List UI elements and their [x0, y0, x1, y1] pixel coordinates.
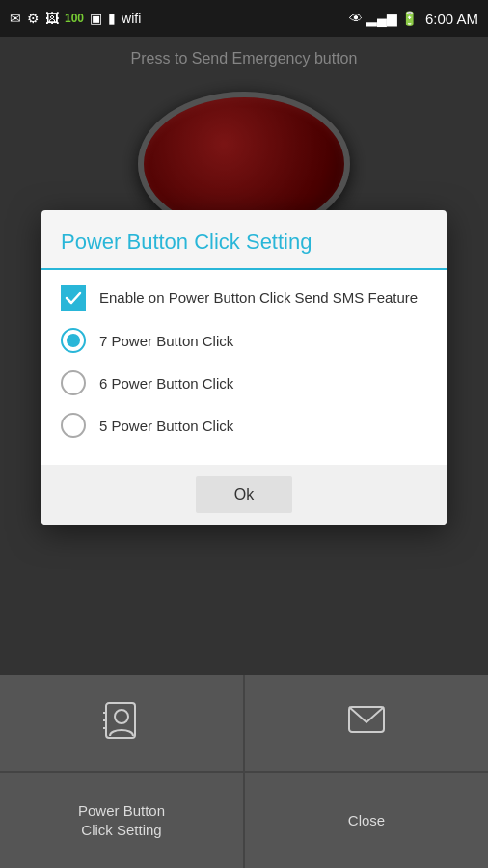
- radio-button-7[interactable]: [61, 328, 86, 353]
- power-setting-label: Power ButtonClick Setting: [78, 801, 165, 839]
- check-icon: [65, 289, 82, 307]
- time-display: 6:00 AM: [425, 11, 478, 27]
- power-button-click-setting-button[interactable]: Power ButtonClick Setting: [0, 773, 243, 868]
- voicemail-icon: ▣: [90, 11, 102, 26]
- radio-label-5: 5 Power Button Click: [99, 418, 233, 434]
- messages-button[interactable]: [245, 675, 488, 771]
- ok-button[interactable]: Ok: [196, 476, 292, 513]
- radio-row-6[interactable]: 6 Power Button Click: [61, 370, 427, 395]
- status-icons-left: ✉ ⚙ 🖼 100 ▣ ▮ wifi: [10, 11, 141, 26]
- usb-status-icon: ⚙: [27, 11, 40, 26]
- radio-button-6[interactable]: [61, 370, 86, 395]
- enable-checkbox[interactable]: [61, 285, 86, 311]
- image-status-icon: 🖼: [45, 11, 59, 26]
- eye-icon: 👁: [349, 11, 363, 26]
- dialog-footer: Ok: [41, 465, 447, 525]
- dialog-body: Enable on Power Button Click Send SMS Fe…: [41, 270, 447, 465]
- radio-row-7[interactable]: 7 Power Button Click: [61, 328, 427, 353]
- radio-inner-7: [67, 334, 80, 347]
- battery-bar-icon: ▮: [108, 11, 116, 26]
- contacts-button[interactable]: [0, 675, 243, 771]
- dialog-title: Power Button Click Setting: [41, 210, 447, 270]
- messages-icon: [345, 699, 388, 747]
- radio-label-6: 6 Power Button Click: [99, 375, 233, 392]
- radio-label-7: 7 Power Button Click: [99, 333, 233, 349]
- wifi-icon: wifi: [122, 11, 141, 26]
- email-status-icon: ✉: [10, 11, 21, 26]
- radio-button-5[interactable]: [61, 413, 86, 438]
- dialog-box: Power Button Click Setting Enable on Pow…: [41, 210, 447, 525]
- battery-icon: 🔋: [401, 11, 418, 26]
- radio-row-5[interactable]: 5 Power Button Click: [61, 413, 427, 438]
- status-bar: ✉ ⚙ 🖼 100 ▣ ▮ wifi 👁 ▂▄▆ 🔋 6:00 AM: [0, 0, 488, 37]
- close-label: Close: [348, 811, 385, 830]
- contacts-icon: [100, 699, 143, 747]
- checkbox-label: Enable on Power Button Click Send SMS Fe…: [99, 288, 418, 308]
- app-background: Press to Send Emergency button Power But…: [0, 37, 488, 868]
- battery-percent-icon: 100: [65, 12, 84, 25]
- checkbox-row[interactable]: Enable on Power Button Click Send SMS Fe…: [61, 285, 427, 311]
- status-icons-right: 👁 ▂▄▆ 🔋 6:00 AM: [349, 11, 478, 27]
- bottom-toolbar: Power ButtonClick Setting Close: [0, 675, 488, 868]
- svg-point-1: [115, 710, 128, 723]
- signal-icon: ▂▄▆: [366, 11, 397, 26]
- close-button[interactable]: Close: [245, 773, 488, 868]
